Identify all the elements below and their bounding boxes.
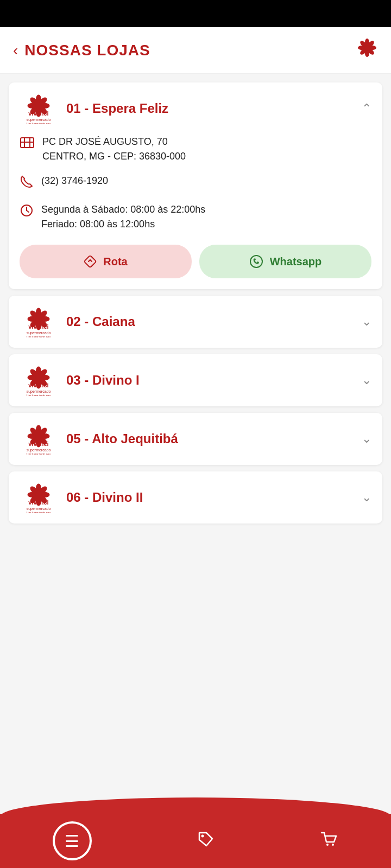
store-card-4: vivenci supermercado Um lugar todo seu 0… xyxy=(9,413,382,465)
svg-rect-28 xyxy=(84,256,97,268)
chevron-down-icon-4: ⌄ xyxy=(362,432,371,446)
hours-text-1: Segunda à Sábado: 08:00 às 22:00hs Feria… xyxy=(41,202,205,232)
action-buttons-1: Rota Whatsapp xyxy=(20,245,371,278)
chevron-down-icon-3: ⌄ xyxy=(362,373,371,387)
phone-text-1: (32) 3746-1920 xyxy=(41,174,108,188)
back-button[interactable]: ‹ xyxy=(13,42,18,59)
svg-point-79 xyxy=(326,844,329,846)
svg-text:supermercado: supermercado xyxy=(27,390,51,394)
svg-text:supermercado: supermercado xyxy=(27,448,51,452)
store-header-4[interactable]: vivenci supermercado Um lugar todo seu 0… xyxy=(9,413,382,465)
spacer xyxy=(0,673,391,814)
store-name-4: 05 - Alto Jequitibá xyxy=(66,431,353,446)
svg-point-8 xyxy=(364,45,370,50)
svg-point-74 xyxy=(35,492,42,498)
whatsapp-button-1[interactable]: Whatsapp xyxy=(199,245,371,278)
store-card-1: vivenci supermercado Um lugar todo seu 0… xyxy=(9,82,382,289)
chevron-down-icon-5: ⌄ xyxy=(362,490,371,505)
svg-text:vivenci: vivenci xyxy=(28,382,48,388)
address-row-1: PC DR JOSÉ AUGUSTO, 70 CENTRO, MG - CEP:… xyxy=(20,135,371,164)
svg-point-50 xyxy=(35,374,42,381)
svg-point-80 xyxy=(332,844,334,846)
tag-nav-button[interactable] xyxy=(197,830,215,852)
svg-text:vivenci: vivenci xyxy=(28,110,48,117)
phone-row-1: (32) 3746-1920 xyxy=(20,174,371,193)
store-header-1[interactable]: vivenci supermercado Um lugar todo seu 0… xyxy=(9,82,382,135)
svg-text:Um lugar todo seu: Um lugar todo seu xyxy=(27,511,51,513)
header: ‹ NOSSAS LOJAS xyxy=(0,27,391,74)
svg-line-27 xyxy=(27,210,29,212)
svg-text:vivenci: vivenci xyxy=(28,499,48,506)
store-header-2[interactable]: vivenci supermercado Um lugar todo seu 0… xyxy=(9,296,382,348)
store-header-5[interactable]: vivenci supermercado Um lugar todo seu 0… xyxy=(9,471,382,524)
svg-point-62 xyxy=(35,433,42,439)
svg-text:Um lugar todo seu: Um lugar todo seu xyxy=(27,335,51,337)
store-logo-2: vivenci supermercado Um lugar todo seu xyxy=(20,305,58,338)
svg-text:vivenci: vivenci xyxy=(28,323,48,330)
store-name-5: 06 - Divino II xyxy=(66,490,353,505)
store-card-2: vivenci supermercado Um lugar todo seu 0… xyxy=(9,296,382,348)
hamburger-icon: ☰ xyxy=(65,832,79,851)
svg-text:supermercado: supermercado xyxy=(27,118,51,122)
svg-text:Um lugar todo seu: Um lugar todo seu xyxy=(27,394,51,396)
header-left: ‹ NOSSAS LOJAS xyxy=(13,42,150,59)
rota-button-1[interactable]: Rota xyxy=(20,245,192,278)
svg-text:Um lugar todo seu: Um lugar todo seu xyxy=(27,122,51,124)
bottom-nav: ☰ xyxy=(0,814,391,868)
store-card-3: vivenci supermercado Um lugar todo seu 0… xyxy=(9,354,382,406)
stores-list: vivenci supermercado Um lugar todo seu 0… xyxy=(0,74,391,673)
svg-text:supermercado: supermercado xyxy=(27,507,51,511)
svg-point-38 xyxy=(35,316,42,322)
chevron-down-icon-2: ⌄ xyxy=(362,315,371,329)
svg-point-17 xyxy=(35,103,42,109)
store-header-3[interactable]: vivenci supermercado Um lugar todo seu 0… xyxy=(9,354,382,406)
chevron-up-icon-1: ⌃ xyxy=(362,101,371,116)
route-icon xyxy=(84,255,97,268)
svg-text:Um lugar todo seu: Um lugar todo seu xyxy=(27,452,51,455)
store-details-1: PC DR JOSÉ AUGUSTO, 70 CENTRO, MG - CEP:… xyxy=(9,135,382,289)
page-title: NOSSAS LOJAS xyxy=(24,42,150,59)
svg-text:supermercado: supermercado xyxy=(27,331,51,335)
header-logo-icon xyxy=(356,37,378,63)
cart-nav-button[interactable] xyxy=(320,830,338,852)
store-logo-4: vivenci supermercado Um lugar todo seu xyxy=(20,423,58,455)
phone-icon-1 xyxy=(20,175,34,193)
address-text-1: PC DR JOSÉ AUGUSTO, 70 CENTRO, MG - CEP:… xyxy=(42,135,186,164)
store-card-5: vivenci supermercado Um lugar todo seu 0… xyxy=(9,471,382,524)
map-icon-1 xyxy=(20,136,35,154)
status-bar xyxy=(0,0,391,27)
svg-point-29 xyxy=(250,256,262,267)
whatsapp-icon xyxy=(249,254,263,269)
svg-point-78 xyxy=(201,834,204,837)
menu-button[interactable]: ☰ xyxy=(53,821,92,860)
store-name-1: 01 - Espera Feliz xyxy=(66,101,353,116)
store-logo-3: vivenci supermercado Um lugar todo seu xyxy=(20,364,58,397)
hours-row-1: Segunda à Sábado: 08:00 às 22:00hs Feria… xyxy=(20,202,371,232)
clock-icon-1 xyxy=(20,203,34,221)
store-logo-5: vivenci supermercado Um lugar todo seu xyxy=(20,481,58,514)
store-logo-1: vivenci supermercado Um lugar todo seu xyxy=(20,92,58,125)
svg-text:vivenci: vivenci xyxy=(28,441,48,447)
store-name-3: 03 - Divino I xyxy=(66,373,353,388)
store-name-2: 02 - Caiana xyxy=(66,314,353,329)
